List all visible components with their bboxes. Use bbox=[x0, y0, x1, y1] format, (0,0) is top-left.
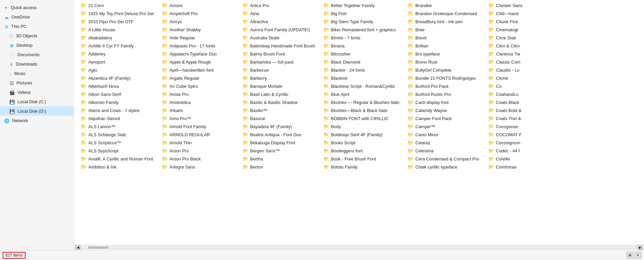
folder-item[interactable]: 📁Bronn Rust bbox=[406, 58, 481, 66]
sidebar-item-onedrive[interactable]: ☁OneDrive bbox=[0, 12, 74, 22]
folder-item[interactable]: 📁Chalk cyrillic typeface bbox=[406, 163, 481, 171]
folder-item[interactable]: 📁Apple & Apple Rough bbox=[160, 58, 236, 66]
folder-item[interactable]: 📁Body bbox=[322, 122, 401, 131]
folder-item[interactable]: 📁Baroque Mortale bbox=[241, 82, 317, 90]
folder-item[interactable]: 📁A Little House bbox=[79, 26, 155, 34]
folder-item[interactable]: 📁Arista Pro bbox=[160, 90, 236, 98]
folder-item[interactable]: 📁Brandon Grotesque Condensed bbox=[406, 9, 481, 17]
folder-item[interactable]: 📁Argalis Regular bbox=[160, 74, 236, 82]
folder-item[interactable]: 📁Beatrix Antiqua - Font Duo bbox=[241, 131, 317, 139]
folder-item[interactable]: 📁Aurora Font Family (UPDATE!) bbox=[241, 26, 317, 34]
sidebar-item-quick-access[interactable]: ✦Quick access bbox=[0, 3, 74, 12]
folder-item[interactable]: 📁Books Script bbox=[322, 139, 401, 147]
sidebar-item-downloads[interactable]: ⬇Downloads bbox=[0, 59, 74, 69]
folder-item[interactable]: 📁Basilic & Basilic Shadow bbox=[241, 98, 317, 106]
folder-item[interactable]: 📁Black Diamond bbox=[322, 58, 401, 66]
folder-item[interactable]: 📁CoahandLu bbox=[487, 90, 562, 98]
folder-item[interactable]: 📁Cocogoose bbox=[487, 122, 562, 131]
folder-item[interactable]: 📁Cinematogr bbox=[487, 26, 562, 34]
folder-item[interactable]: 📁Antipasto Pro - 17 fonts bbox=[160, 42, 236, 50]
folder-item[interactable]: 📁Clarence Tw bbox=[487, 50, 562, 58]
folder-item[interactable]: 📁Berton bbox=[241, 163, 317, 171]
folder-item[interactable]: 📁Alboroto Family bbox=[79, 98, 155, 106]
sidebar-item-videos[interactable]: 🎬Videos bbox=[0, 87, 74, 97]
folder-item[interactable]: 📁Bitcrusher bbox=[322, 50, 401, 58]
folder-item[interactable]: 📁Agio bbox=[79, 66, 155, 74]
folder-item[interactable]: 📁Brandbe bbox=[406, 1, 481, 9]
folder-item[interactable]: 📁Bimbo - 7 fonts bbox=[322, 34, 401, 42]
folder-item[interactable]: 📁Basil Latin & Cyrillic bbox=[241, 90, 317, 98]
folder-item[interactable]: 📁Bertha bbox=[241, 155, 317, 163]
folder-item[interactable]: 📁Ante Regular bbox=[160, 34, 236, 42]
folder-item[interactable]: 📁Cera Condensed & Compact Pro bbox=[406, 155, 481, 163]
folder-item[interactable]: 📁Barbecue bbox=[241, 66, 317, 74]
folder-item[interactable]: 📁Big Stem Type Family bbox=[322, 17, 401, 26]
folder-item[interactable]: 📁Arkaim bbox=[160, 106, 236, 114]
scroll-right-button[interactable]: ▶ bbox=[637, 245, 643, 250]
folder-item[interactable]: 📁BreadBury font - Ink pen bbox=[406, 17, 481, 26]
folder-item[interactable]: 📁Balmy Brush Font bbox=[241, 50, 317, 58]
folder-item[interactable]: 📁Comfortaa bbox=[487, 163, 562, 171]
folder-item[interactable]: 📁Bree bbox=[406, 26, 481, 34]
folder-item[interactable]: 📁Binaria bbox=[322, 42, 401, 50]
folder-item[interactable]: 📁Biker Remastered font + graphics bbox=[322, 26, 401, 34]
folder-item[interactable]: 📁Alquitran Stencil bbox=[79, 114, 155, 122]
folder-item[interactable]: 📁Basural bbox=[241, 114, 317, 122]
folder-item[interactable]: 📁Co bbox=[487, 82, 562, 90]
folder-item[interactable]: 📁Brillian bbox=[406, 42, 481, 50]
sidebar-item-documents[interactable]: 📄Documents bbox=[0, 50, 74, 59]
folder-item[interactable]: 📁ALS Scripticus™ bbox=[79, 139, 155, 147]
scroll-track[interactable] bbox=[81, 246, 637, 249]
folder-item[interactable]: 📁Blacker - 24 fonts bbox=[322, 66, 401, 74]
folder-item[interactable]: 📁Adderley bbox=[79, 50, 155, 58]
folder-item[interactable]: 📁Blue April bbox=[322, 90, 401, 98]
folder-item[interactable]: 📁Aristotelica bbox=[160, 98, 236, 106]
folder-item[interactable]: 📁Bergen Sans™ bbox=[241, 147, 317, 155]
folder-item[interactable]: 📁Bototo Family bbox=[322, 163, 401, 171]
folder-item[interactable]: 📁Australia Skate bbox=[241, 34, 317, 42]
list-view-button[interactable]: ≡ bbox=[635, 252, 641, 259]
folder-item[interactable]: 📁Coats Thin & bbox=[487, 114, 562, 122]
folder-item[interactable]: 📁Artica Pro bbox=[241, 1, 317, 9]
folder-item[interactable]: 📁Citro & Citro bbox=[487, 42, 562, 50]
sidebar-item-local-c[interactable]: 💾Local Disk (C:) bbox=[0, 97, 74, 106]
folder-item[interactable]: 📁Ari Cube Spiro bbox=[160, 82, 236, 90]
sidebar-item-3d-objects[interactable]: ⬡3D Objects bbox=[0, 31, 74, 40]
folder-item[interactable]: 📁Boldesqo Serif 4F (Family) bbox=[322, 131, 401, 139]
scroll-thumb[interactable] bbox=[88, 247, 108, 249]
folder-item[interactable]: 📁ARNOLD REGULAR bbox=[160, 131, 236, 139]
folder-item[interactable]: 📁ALS Lamon™ bbox=[79, 122, 155, 131]
sidebar-item-music[interactable]: ♪Music bbox=[0, 69, 74, 78]
folder-item[interactable]: 📁Akzentica 4F (Family) bbox=[79, 74, 155, 82]
folder-item[interactable]: 📁Bootleggers font bbox=[322, 147, 401, 155]
folder-item[interactable]: 📁ALS Schlange Slab bbox=[79, 131, 155, 139]
folder-item[interactable]: 📁ALS SyysScript bbox=[79, 147, 155, 155]
folder-item[interactable]: 📁Barberry bbox=[241, 74, 317, 82]
folder-item[interactable]: 📁Abakadabra bbox=[79, 34, 155, 42]
folder-item[interactable]: 📁Basilio™ bbox=[241, 106, 317, 114]
folder-item[interactable]: 📁Chunk Five bbox=[487, 17, 562, 26]
sidebar-item-desktop[interactable]: 🖥Desktop bbox=[0, 40, 74, 50]
folder-item[interactable]: 📁Calamity Wayne bbox=[406, 106, 481, 114]
folder-item[interactable]: 📁Cocosignum bbox=[487, 139, 562, 147]
folder-item[interactable]: 📁Arson Pro Black bbox=[160, 155, 236, 163]
folder-item[interactable]: 📁Albertus® Nova bbox=[79, 82, 155, 90]
folder-item[interactable]: 📁Brexit bbox=[406, 34, 481, 42]
folder-item[interactable]: 📁Bro typeface bbox=[406, 50, 481, 58]
folder-item[interactable]: 📁Artegra Sans bbox=[160, 163, 236, 171]
sidebar-item-local-d[interactable]: 💾Local Disk (D:) bbox=[0, 106, 74, 116]
folder-item[interactable]: 📁Burford Pro Pack bbox=[406, 82, 481, 90]
folder-item[interactable]: 📁Blackest bbox=[322, 74, 401, 82]
folder-item[interactable]: 📁Cliché bbox=[487, 74, 562, 82]
folder-item[interactable]: 📁Cacti display font bbox=[406, 98, 481, 106]
folder-item[interactable]: 📁Atria bbox=[241, 9, 317, 17]
folder-item[interactable]: 📁Bekabuga Display Font bbox=[241, 139, 317, 147]
folder-item[interactable]: 📁Chester Sans bbox=[487, 1, 562, 9]
folder-item[interactable]: 📁Amore bbox=[160, 1, 236, 9]
folder-item[interactable]: 📁Celestina bbox=[406, 147, 481, 155]
sidebar-item-network[interactable]: 🌐Network bbox=[0, 116, 74, 125]
folder-item[interactable]: 📁Circe Slab bbox=[487, 34, 562, 42]
folder-item[interactable]: 📁Achille II Cyr FY Family bbox=[79, 42, 155, 50]
folder-item[interactable]: 📁Amalfi. A Cyrillic and Roman Font bbox=[79, 155, 155, 163]
folder-item[interactable]: 📁Coats Bold & bbox=[487, 106, 562, 114]
